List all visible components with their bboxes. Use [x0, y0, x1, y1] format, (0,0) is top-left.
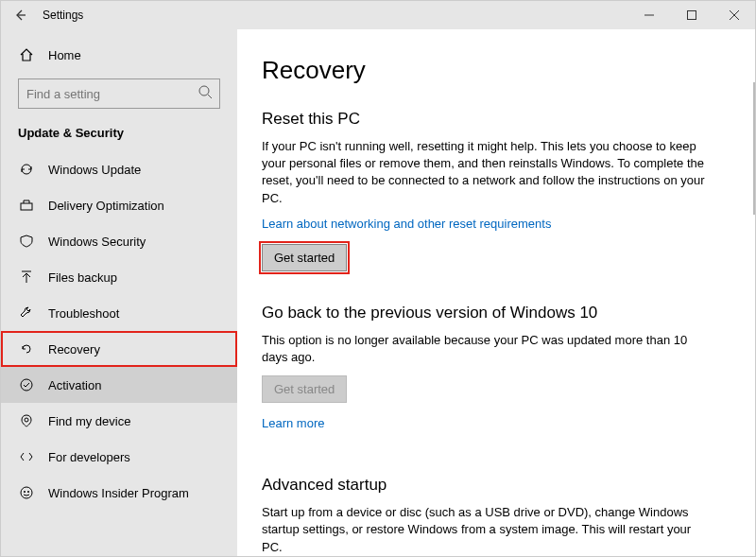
sidebar-item-label: Windows Security: [48, 235, 146, 249]
svg-point-5: [21, 487, 32, 498]
goback-heading: Go back to the previous version of Windo…: [262, 304, 721, 322]
minimize-button[interactable]: [627, 1, 670, 29]
goback-description: This option is no longer available becau…: [262, 332, 706, 366]
svg-point-3: [21, 379, 32, 391]
sidebar: Home Update & Security Windows Update De…: [1, 29, 237, 556]
advanced-description: Start up from a device or disc (such as …: [262, 504, 706, 556]
shield-icon: [18, 233, 35, 250]
maximize-button[interactable]: [670, 1, 713, 29]
sidebar-item-activation[interactable]: Activation: [1, 367, 237, 403]
sync-icon: [18, 161, 35, 178]
sidebar-item-windows-insider[interactable]: Windows Insider Program: [1, 475, 237, 511]
scrollbar[interactable]: [753, 82, 755, 215]
section-advanced-startup: Advanced startup Start up from a device …: [262, 476, 721, 556]
search-wrap: [1, 78, 237, 126]
sidebar-item-label: Activation: [48, 378, 101, 392]
sidebar-item-label: Windows Update: [48, 163, 141, 177]
sidebar-item-windows-update[interactable]: Windows Update: [1, 151, 237, 187]
section-go-back: Go back to the previous version of Windo…: [262, 304, 721, 444]
sidebar-item-label: For developers: [48, 450, 130, 464]
sidebar-item-label: Find my device: [48, 414, 130, 428]
reset-heading: Reset this PC: [262, 110, 721, 129]
sidebar-item-files-backup[interactable]: Files backup: [1, 259, 237, 295]
settings-window: Settings Home Update & Security Windows …: [0, 0, 756, 557]
check-circle-icon: [18, 376, 35, 393]
sidebar-section-header: Update & Security: [1, 126, 237, 151]
window-controls: [627, 1, 755, 29]
search-icon: [198, 84, 213, 99]
sidebar-item-troubleshoot[interactable]: Troubleshoot: [1, 295, 237, 331]
sidebar-item-recovery[interactable]: Recovery: [1, 331, 237, 367]
page-title: Recovery: [262, 56, 721, 85]
reset-description: If your PC isn't running well, resetting…: [262, 138, 706, 207]
code-icon: [18, 448, 35, 465]
home-icon: [18, 46, 35, 63]
section-reset-this-pc: Reset this PC If your PC isn't running w…: [262, 110, 721, 271]
svg-rect-0: [687, 11, 696, 20]
sidebar-item-label: Troubleshoot: [48, 306, 119, 321]
sidebar-item-label: Files backup: [48, 270, 117, 285]
sidebar-item-label: Recovery: [48, 342, 100, 357]
sidebar-item-for-developers[interactable]: For developers: [1, 439, 237, 475]
reset-learn-link[interactable]: Learn about networking and other reset r…: [262, 217, 551, 231]
back-button[interactable]: [10, 9, 29, 22]
minimize-icon: [644, 10, 654, 20]
arrow-left-icon: [13, 9, 26, 22]
maximize-icon: [687, 10, 696, 20]
sidebar-item-home[interactable]: Home: [1, 41, 237, 69]
svg-point-1: [199, 86, 209, 96]
close-button[interactable]: [713, 1, 755, 29]
delivery-icon: [18, 197, 35, 214]
sidebar-item-find-my-device[interactable]: Find my device: [1, 403, 237, 439]
reset-get-started-button[interactable]: Get started: [262, 244, 347, 271]
recovery-icon: [18, 340, 35, 357]
window-title: Settings: [43, 9, 83, 22]
titlebar: Settings: [1, 1, 755, 29]
insider-icon: [18, 484, 35, 501]
goback-learn-more-link[interactable]: Learn more: [262, 416, 324, 430]
svg-rect-2: [21, 203, 32, 210]
close-icon: [730, 10, 739, 20]
sidebar-item-label: Delivery Optimization: [48, 199, 164, 213]
sidebar-home-label: Home: [48, 48, 81, 62]
sidebar-item-windows-security[interactable]: Windows Security: [1, 223, 237, 259]
svg-point-4: [25, 418, 28, 422]
sidebar-nav: Windows Update Delivery Optimization Win…: [1, 151, 237, 511]
main-content: Recovery Reset this PC If your PC isn't …: [237, 29, 755, 556]
sidebar-item-delivery-optimization[interactable]: Delivery Optimization: [1, 187, 237, 223]
backup-icon: [18, 269, 35, 286]
search-input[interactable]: [18, 78, 220, 109]
wrench-icon: [18, 305, 35, 322]
svg-point-7: [27, 491, 29, 493]
sidebar-item-label: Windows Insider Program: [48, 486, 189, 500]
svg-point-6: [24, 491, 26, 493]
advanced-heading: Advanced startup: [262, 476, 721, 495]
goback-get-started-button: Get started: [262, 375, 347, 403]
location-icon: [18, 412, 35, 429]
